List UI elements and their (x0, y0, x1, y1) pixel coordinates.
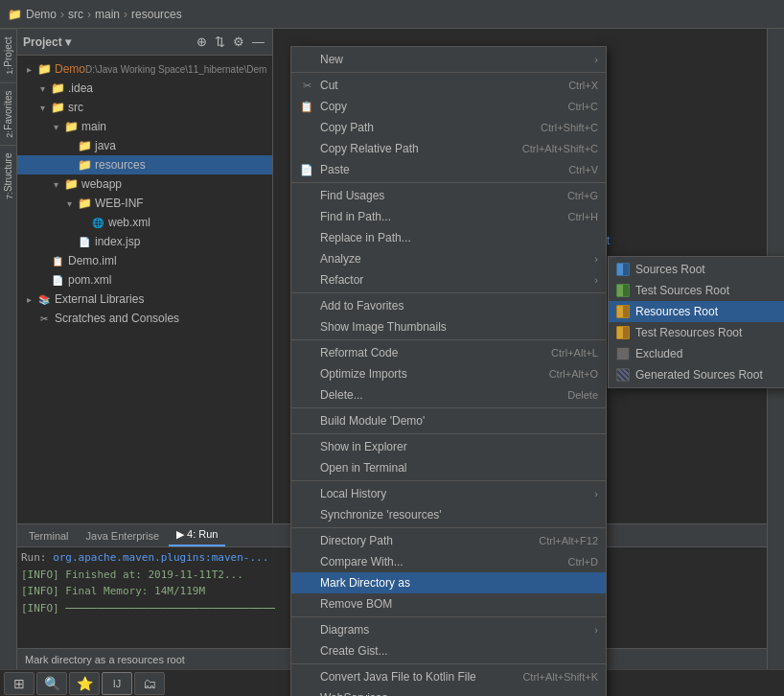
tree-item-src[interactable]: ▾ 📁 src (17, 98, 272, 117)
submenu-generated-sources-root[interactable]: Generated Sources Root (609, 364, 784, 385)
file-webxml-icon: 🌐 (90, 215, 105, 230)
menu-item-optimizeimports[interactable]: Optimize Imports Ctrl+Alt+O (291, 363, 606, 384)
menu-item-markdir[interactable]: Mark Directory as Sources Root Test Sour… (291, 572, 606, 593)
sort-icon[interactable]: ⇅ (213, 34, 227, 50)
menu-item-showinexplorer[interactable]: Show in Explorer (291, 436, 606, 457)
tab-run[interactable]: ▶ 4: Run (169, 524, 225, 546)
sep-3 (291, 292, 606, 293)
menu-item-showthumbs[interactable]: Show Image Thumbnails (291, 316, 606, 337)
sep-10 (291, 663, 606, 664)
taskbar-idea-btn[interactable]: IJ (102, 672, 132, 695)
resources-root-icon (616, 305, 630, 318)
menu-item-synchronize[interactable]: Synchronize 'resources' (291, 504, 606, 525)
menu-item-comparewith[interactable]: Compare With... Ctrl+D (291, 551, 606, 572)
excluded-icon (616, 347, 630, 360)
menu-item-webservices[interactable]: WebServices › (291, 687, 606, 696)
menu-item-directorypath[interactable]: Directory Path Ctrl+Alt+F12 (291, 530, 606, 551)
tree-label-idea: .idea (68, 81, 93, 95)
test-resources-root-label: Test Resources Root (635, 326, 742, 339)
new-icon (299, 52, 314, 67)
mark-dir-submenu: Sources Root Test Sources Root Resources… (608, 256, 784, 388)
resources-root-label: Resources Root (635, 305, 718, 318)
menu-item-removebom[interactable]: Remove BOM (291, 593, 606, 615)
tree-item-scratches[interactable]: ✂ Scratches and Consoles (17, 309, 272, 328)
tree-item-demoiml[interactable]: 📋 Demo.iml (17, 251, 272, 270)
submenu-test-resources-root[interactable]: Test Resources Root (609, 322, 784, 343)
panel-header: Project ▾ ⊕ ⇅ ⚙ — (17, 29, 272, 56)
tree-label-pomxml: pom.xml (68, 273, 111, 287)
settings-icon[interactable]: ⚙ (231, 34, 246, 50)
menu-item-localhistory[interactable]: Local History › (291, 483, 606, 504)
menu-item-analyze[interactable]: Analyze › (291, 248, 606, 269)
sep-2 (291, 182, 606, 183)
tree-area[interactable]: ▸ 📁 Demo D:\Java Working Space\11_hibern… (17, 56, 272, 523)
menu-item-findinpath[interactable]: Find in Path... Ctrl+H (291, 206, 606, 227)
taskbar-windows-btn[interactable]: ⊞ (4, 672, 35, 695)
submenu-sources-root[interactable]: Sources Root (609, 259, 784, 280)
test-sources-root-icon (616, 284, 630, 297)
tree-item-extlibs[interactable]: ▸ 📚 External Libraries (17, 290, 272, 309)
menu-item-copyrelpath[interactable]: Copy Relative Path Ctrl+Alt+Shift+C (291, 138, 606, 159)
menu-item-refactor[interactable]: Refactor › (291, 269, 606, 290)
tree-item-main[interactable]: ▾ 📁 main (17, 117, 272, 136)
tree-label-webinf: WEB-INF (95, 197, 144, 210)
generated-sources-icon (616, 368, 630, 382)
taskbar-star-btn[interactable]: ⭐ (69, 672, 100, 695)
menu-item-findusages[interactable]: Find Usages Ctrl+G (291, 185, 606, 206)
menu-item-copy[interactable]: 📋 Copy Ctrl+C (291, 96, 606, 117)
tree-label-main: main (81, 120, 106, 133)
submenu-resources-root[interactable]: Resources Root (609, 301, 784, 322)
submenu-excluded[interactable]: Excluded (609, 343, 784, 364)
menu-item-addtofav[interactable]: Add to Favorites (291, 295, 606, 316)
tree-label-src: src (68, 101, 83, 114)
project-panel: Project ▾ ⊕ ⇅ ⚙ — ▸ 📁 Demo D:\Java Worki… (17, 29, 273, 523)
copy-icon: 📋 (299, 99, 314, 114)
tree-item-pomxml[interactable]: 📄 pom.xml (17, 270, 272, 290)
sync-icon[interactable]: ⊕ (195, 34, 209, 50)
tree-item-demo[interactable]: ▸ 📁 Demo D:\Java Working Space\11_hibern… (17, 59, 272, 79)
tab-terminal[interactable]: Terminal (21, 524, 77, 546)
context-menu: New › ✂ Cut Ctrl+X 📋 Copy Ctrl+C Copy Pa… (290, 46, 607, 696)
menu-item-cut[interactable]: ✂ Cut Ctrl+X (291, 75, 606, 96)
tree-item-resources[interactable]: 📁 resources (17, 155, 272, 174)
sep-7 (291, 480, 606, 481)
menu-item-paste[interactable]: 📄 Paste Ctrl+V (291, 159, 606, 180)
menu-item-replaceinpath[interactable]: Replace in Path... (291, 227, 606, 248)
menu-item-new[interactable]: New › (291, 49, 606, 70)
menu-item-openinterminal[interactable]: Open in Terminal (291, 457, 606, 478)
tree-item-webapp[interactable]: ▾ 📁 webapp (17, 174, 272, 194)
copypath-icon (299, 120, 314, 135)
tab-project[interactable]: 1:Project (0, 29, 16, 82)
menu-item-converttokotlin[interactable]: Convert Java File to Kotlin File Ctrl+Al… (291, 666, 606, 687)
menu-item-buildmodule[interactable]: Build Module 'Demo' (291, 410, 606, 431)
sep-4 (291, 339, 606, 340)
folder-java-icon: 📁 (77, 138, 92, 153)
tree-item-webinf[interactable]: ▾ 📁 WEB-INF (17, 194, 272, 213)
tree-item-webxml[interactable]: 🌐 web.xml (17, 213, 272, 232)
tree-label-scratches: Scratches and Consoles (55, 312, 179, 325)
bc-demo: Demo (26, 8, 57, 21)
menu-item-diagrams[interactable]: Diagrams › (291, 619, 606, 640)
tree-path: D:\Java Working Space\11_hibernate\Dem (85, 64, 266, 75)
menu-item-delete[interactable]: Delete... Delete (291, 384, 606, 406)
taskbar-search-btn[interactable]: 🔍 (36, 672, 67, 695)
folder-main-icon: 📁 (63, 119, 79, 134)
tree-item-idea[interactable]: ▾ 📁 .idea (17, 79, 272, 98)
tree-label-indexjsp: index.jsp (95, 235, 140, 248)
tab-favorites[interactable]: 2:Favorites (0, 82, 16, 146)
tree-item-indexjsp[interactable]: 📄 index.jsp (17, 232, 272, 251)
tree-item-java[interactable]: 📁 java (17, 136, 272, 155)
menu-item-creategist[interactable]: Create Gist... (291, 640, 606, 661)
menu-item-copypath[interactable]: Copy Path Ctrl+Shift+C (291, 117, 606, 138)
close-icon[interactable]: — (250, 34, 266, 50)
breadcrumb: Demo › src › main › resources (26, 8, 182, 21)
tab-structure[interactable]: 7:Structure (0, 145, 16, 207)
submenu-test-sources-root[interactable]: Test Sources Root (609, 280, 784, 301)
folder-resources-icon: 📁 (77, 157, 92, 173)
tree-label: Demo (55, 62, 85, 76)
test-resources-root-icon (616, 326, 630, 339)
cut-icon: ✂ (299, 78, 314, 93)
taskbar-folder-btn[interactable]: 🗂 (134, 672, 165, 695)
menu-item-reformat[interactable]: Reformat Code Ctrl+Alt+L (291, 342, 606, 363)
tab-java-enterprise[interactable]: Java Enterprise (79, 524, 167, 546)
